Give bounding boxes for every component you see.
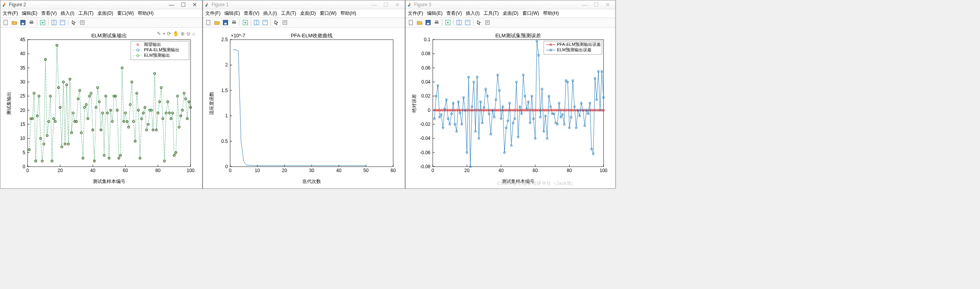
menu-help[interactable]: 帮助(H) [340,10,357,17]
svg-text:20: 20 [57,168,63,173]
menu-edit[interactable]: 编辑(E) [21,10,38,17]
svg-rect-258 [206,20,210,25]
menu-tools[interactable]: 工具(T) [78,10,94,17]
home-icon[interactable]: ⌂ [192,31,195,37]
titlebar[interactable]: Figure 1 — ☐ ✕ [203,0,405,9]
pan-icon[interactable]: ✋ [173,31,179,37]
svg-rect-268 [264,21,267,22]
menubar[interactable]: 文件(F) 编辑(E) 查看(V) 插入(I) 工具(T) 桌面(D) 窗口(W… [0,9,202,18]
open-icon[interactable] [416,19,423,26]
pointer-icon[interactable] [272,19,280,26]
svg-text:80: 80 [567,168,572,173]
menu-tools[interactable]: 工具(T) [483,10,500,17]
print-icon[interactable] [230,19,238,26]
rotate-icon[interactable]: ⟳ [167,31,171,37]
menu-insert[interactable]: 插入(I) [465,10,480,17]
svg-text:0: 0 [428,108,430,113]
svg-text:×10^-7: ×10^-7 [231,33,245,38]
minimize-button[interactable]: — [166,1,177,8]
menu-edit[interactable]: 编辑(E) [224,10,241,17]
menubar[interactable]: 文件(F) 编辑(E) 查看(V) 插入(I) 工具(T) 桌面(D) 窗口(W… [406,9,615,18]
menu-desktop[interactable]: 桌面(D) [502,10,519,17]
props-icon[interactable] [281,19,289,26]
menu-window[interactable]: 窗口(W) [522,10,540,17]
minimize-button[interactable]: — [579,1,590,8]
menu-view[interactable]: 查看(V) [243,10,260,17]
minimize-button[interactable]: — [368,1,380,8]
close-button[interactable]: ✕ [189,1,201,8]
props-icon[interactable] [78,19,86,26]
chart-fig1: 010203040506000.511.522.5×10^-7PFA-ELM收敛… [207,30,401,185]
titlebar[interactable]: Figure 3 — ☐ ✕ [406,0,615,9]
new-fig-icon[interactable] [205,19,212,26]
svg-text:PFA-ELM预测输出: PFA-ELM预测输出 [144,47,179,52]
menu-tools[interactable]: 工具(T) [280,10,297,17]
menu-window[interactable]: 窗口(W) [116,10,135,17]
save-icon[interactable] [222,19,229,26]
props-icon[interactable] [484,19,491,26]
dock-icon[interactable] [261,19,269,26]
print-icon[interactable] [28,19,35,26]
menubar[interactable]: 文件(F) 编辑(E) 查看(V) 插入(I) 工具(T) 桌面(D) 窗口(W… [203,9,405,18]
menu-view[interactable]: 查看(V) [40,10,57,17]
menu-insert[interactable]: 插入(I) [262,10,278,17]
menu-file[interactable]: 文件(F) [2,10,19,17]
layout-icon[interactable] [253,19,260,26]
svg-text:ELM预测输出误差: ELM预测输出误差 [557,47,591,52]
toolbar [203,18,405,28]
print-icon[interactable] [433,19,441,26]
menu-view[interactable]: 查看(V) [446,10,463,17]
new-fig-icon[interactable] [2,19,10,26]
maximize-button[interactable]: ☐ [590,1,602,8]
new-fig-icon[interactable] [407,19,415,26]
titlebar[interactable]: Figure 2 — ☐ ✕ [0,0,202,9]
watermark: CSDN @智能算法研学社（Jack旭） [497,180,576,187]
svg-text:-0.02: -0.02 [420,122,431,127]
svg-rect-269 [283,21,287,24]
svg-text:0.04: 0.04 [421,79,431,85]
zoomout-icon[interactable]: ⊖ [186,31,191,37]
menu-desktop[interactable]: 桌面(D) [299,10,317,17]
data-cursor-icon[interactable] [444,19,452,26]
menu-help[interactable]: 帮助(H) [542,10,560,17]
svg-rect-314 [486,21,489,24]
svg-text:25: 25 [20,93,26,99]
menu-desktop[interactable]: 桌面(D) [97,10,114,17]
svg-text:2.5: 2.5 [221,37,228,42]
data-cursor-icon[interactable] [241,19,249,26]
pointer-icon[interactable] [475,19,483,26]
menu-file[interactable]: 文件(F) [205,10,221,17]
dock-icon[interactable] [464,19,472,26]
dock-icon[interactable] [59,19,66,26]
maximize-button[interactable]: ☐ [177,1,189,8]
axes-toolbar[interactable]: ✎ ⌖ ⟳ ✋ ⊕ ⊖ ⌂ [157,31,195,37]
zoomin-icon[interactable]: ⊕ [180,31,185,37]
cursor-icon[interactable]: ⌖ [163,31,165,37]
menu-edit[interactable]: 编辑(E) [426,10,443,17]
save-icon[interactable] [424,19,432,26]
svg-text:0.5: 0.5 [221,139,228,144]
menu-insert[interactable]: 插入(I) [60,10,75,17]
data-cursor-icon[interactable] [39,19,47,26]
svg-point-6 [42,22,43,23]
close-button[interactable]: ✕ [392,1,403,8]
menu-help[interactable]: 帮助(H) [137,10,154,17]
open-icon[interactable] [213,19,221,26]
close-button[interactable]: ✕ [602,1,614,8]
svg-text:期望输出: 期望输出 [144,42,161,47]
svg-text:-0.08: -0.08 [420,164,431,169]
svg-text:0: 0 [23,164,25,169]
menu-file[interactable]: 文件(F) [407,10,424,17]
menu-window[interactable]: 窗口(W) [319,10,337,17]
svg-rect-260 [224,23,227,24]
layout-icon[interactable] [50,19,58,26]
save-icon[interactable] [19,19,27,26]
layout-icon[interactable] [455,19,463,26]
open-icon[interactable] [10,19,18,26]
brush-icon[interactable]: ✎ [157,31,161,37]
svg-text:ELM测试集预测误差: ELM测试集预测误差 [495,33,541,38]
svg-text:0: 0 [432,168,434,173]
maximize-button[interactable]: ☐ [380,1,392,8]
svg-rect-303 [409,20,413,25]
pointer-icon[interactable] [70,19,78,26]
